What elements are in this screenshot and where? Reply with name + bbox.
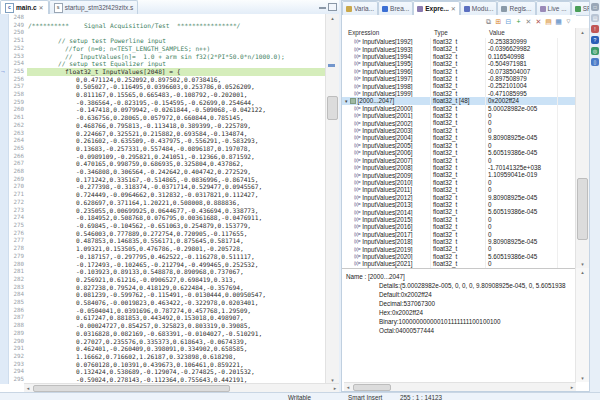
expression-row[interactable]: (x)=InputValues[2003]float32_t0 [342, 127, 576, 134]
expression-row[interactable]: (x)=InputValues[2013]float32_t0 [342, 201, 576, 208]
code-line[interactable]: 2580.811167,0.15565,0.665483,-0.108792,-… [8, 91, 326, 99]
help-icon[interactable]: ? [591, 36, 599, 44]
expression-row[interactable]: (x)=InputValues[2001]float32_t0 [342, 112, 576, 119]
minimize-icon[interactable] [319, 3, 326, 9]
code-line[interactable]: 2710.724449,-0.0964662,0.312832,-0.03178… [8, 191, 326, 199]
table-vertical-scrollbar[interactable]: ▴ ▾ [575, 28, 589, 268]
scroll-up-icon[interactable]: ▴ [576, 268, 589, 276]
scroll-up-icon[interactable]: ▴ [326, 14, 339, 22]
code-line[interactable]: 288-0.00024727,0.854257,0.325823,0.80331… [8, 322, 326, 330]
expression-row[interactable]: (x)=InputValues[2021]float32_t0 [342, 260, 576, 267]
code-line[interactable]: 268-0.346808,0.306564,-0.242642,0.404742… [8, 168, 326, 176]
code-line[interactable]: 2910.462401,-0.260409,0.398091,0.334902,… [8, 345, 326, 353]
editor-vertical-scrollbar[interactable]: ▴ ▾ [325, 14, 339, 384]
expression-row[interactable]: (x)=InputValues[1994]float32_t0.11654099… [342, 53, 576, 60]
scroll-right-icon[interactable]: ▸ [568, 383, 576, 391]
expression-row[interactable]: (x)=InputValues[2007]float32_t0 [342, 157, 576, 164]
column-header-value[interactable]: Value [489, 29, 505, 36]
code-line[interactable]: 251// setup test Powerline input [8, 37, 326, 45]
code-line[interactable]: 252//for (n=0; n<TEST_LENGTH_SAMPLES; n+… [8, 45, 326, 53]
editor-tab-startup_stm32f429zitx.s[interactable]: sstartup_stm32f429zitx.s [49, 0, 139, 14]
expression-row[interactable]: (x)=InputValues[1998]float32_t-0.2521010… [342, 82, 576, 89]
code-line[interactable]: 2870.617247,0.881853,0.443492,0.153018,0… [8, 314, 326, 322]
column-header-expression[interactable]: Expression [348, 29, 379, 36]
code-line[interactable]: 2770.487853,0.146835,0.556171,0.875645,0… [8, 237, 326, 245]
expression-row[interactable]: (x)=InputValues[2011]float32_t0 [342, 186, 576, 193]
expression-row[interactable]: (x)=InputValues[2010]float32_t0 [342, 179, 576, 186]
expression-rows[interactable]: (x)=InputValues[1992]float32_t-0.2538309… [342, 38, 576, 268]
scroll-down-icon[interactable]: ▾ [576, 374, 589, 382]
code-line[interactable]: 2820.256921,0.61216,-0.0906527,0.698419,… [8, 276, 326, 284]
panel-horizontal-scrollbar[interactable]: ◂ ▸ [344, 382, 576, 391]
view-tab-modu[interactable]: Modu... [460, 1, 498, 15]
code-line[interactable]: 2930.0760128,0.10391,0.439673,0.106461,0… [8, 361, 326, 369]
expression-row[interactable]: (x)=InputValues[2014]float32_t5.60519386… [342, 208, 576, 215]
add-expression-icon[interactable]: + [514, 17, 523, 26]
expression-row[interactable]: (x)=InputValues[2009]float32_t1.10959041… [342, 171, 576, 178]
code-line[interactable]: 2690.171242,0.335167,-0.514865,-0.083699… [8, 176, 326, 184]
show-type-names-icon[interactable]: ⧉ [484, 17, 493, 26]
expression-row[interactable]: (x)=InputValues[2012]float32_t9.80908925… [342, 194, 576, 201]
expand-arrow-icon[interactable]: ▾ [345, 98, 348, 104]
view-tab-varia[interactable]: Varia... [342, 1, 378, 15]
code-line[interactable]: 259-0.386564,-0.823195,-0.154595,-0.6269… [8, 99, 326, 107]
code-line[interactable]: 275-0.69845,-0.104562,-0.651063,0.254879… [8, 222, 326, 230]
code-line[interactable]: 248 [8, 14, 326, 22]
code-line[interactable]: 2760.546003,0.777889,0.272754,0.720905,-… [8, 230, 326, 238]
code-line[interactable]: 255float32_t InputValues[2048] = { [8, 68, 326, 76]
view-tab-brea[interactable]: Brea... [378, 1, 413, 15]
expression-row[interactable]: ▾[2000...2047]float32_t [48]0x2002ff24 [342, 97, 576, 104]
view-tab-expre[interactable]: Expre...✕ [413, 1, 460, 15]
details-vertical-scrollbar[interactable]: ▴ ▾ [575, 268, 589, 382]
view-menu-icon[interactable]: ▽ [564, 17, 573, 26]
code-line[interactable]: 2781.09321,0.153505,0.476786,-0.29801,-0… [8, 245, 326, 253]
code-line[interactable]: 250 [8, 29, 326, 37]
console-icon[interactable]: ▤ [591, 14, 599, 22]
code-line[interactable]: 2560,0.471124,0.252092,0.897502,0.073841… [8, 76, 326, 84]
code-line[interactable]: 2830.827238,0.79524,0.418129,0.622484,-0… [8, 284, 326, 292]
code-line[interactable]: 2900.27027,0.235576,0.335373,0.618643,-0… [8, 338, 326, 346]
remove-expression-icon[interactable]: ✕ [524, 17, 533, 26]
view-tab-regis[interactable]: Regis... [497, 1, 535, 15]
scroll-left-icon[interactable]: ◂ [24, 384, 32, 392]
close-icon[interactable]: ✕ [39, 4, 44, 11]
view-tab-live[interactable]: Live ... [536, 1, 571, 15]
expression-row[interactable]: (x)=InputValues[1996]float32_t-0.0738504… [342, 68, 576, 75]
expression-row[interactable]: (x)=InputValues[2004]float32_t9.80908925… [342, 134, 576, 141]
scroll-down-icon[interactable]: ▾ [576, 260, 589, 268]
scrollbar-thumb[interactable] [33, 385, 230, 392]
expression-row[interactable]: (x)=InputValues[2016]float32_t0 [342, 223, 576, 230]
expression-details-pane[interactable]: Name : [2000...2047] Details:(5.00028982… [342, 268, 576, 382]
search-icon[interactable]: ◎ [591, 47, 599, 55]
scroll-left-icon[interactable]: ◂ [344, 383, 352, 391]
code-line[interactable]: 2840.081239,-0.599762,-0.115491,-0.01304… [8, 291, 326, 299]
expression-row[interactable]: (x)=InputValues[2017]float32_t0 [342, 231, 576, 238]
restore-pane-icon[interactable]: □ [591, 3, 599, 11]
editor-tab-main.c[interactable]: cmain.c✕ [0, 0, 49, 14]
paste-expressions-icon[interactable]: ▦ [554, 17, 563, 26]
expression-row[interactable]: (x)=InputValues[2008]float32_t-1.7014132… [342, 164, 576, 171]
code-line[interactable]: 280-0.172493,-0.102465,-0.212794,-0.4994… [8, 261, 326, 269]
expression-row[interactable]: (x)=InputValues[2002]float32_t0 [342, 119, 576, 126]
copy-expressions-icon[interactable]: ▤ [544, 17, 553, 26]
expression-row[interactable]: (x)=InputValues[1999]float32_t-0.4710859… [342, 90, 576, 97]
code-line[interactable]: 261-0.636756,0.28065,0.057972,0.660844,0… [8, 114, 326, 122]
expression-row[interactable]: (x)=InputValues[2005]float32_t0 [342, 142, 576, 149]
scrollbar-thumb[interactable] [577, 178, 588, 240]
code-line[interactable]: 2720.628697,0.371164,1.20221,0.508008,0.… [8, 199, 326, 207]
problems-icon[interactable]: ! [591, 25, 599, 33]
expression-row[interactable]: (x)=InputValues[2000]float32_t5.00028982… [342, 105, 576, 112]
expression-row[interactable]: (x)=InputValues[1993]float32_t-0.0396629… [342, 45, 576, 52]
scroll-up-icon[interactable]: ▴ [576, 28, 589, 36]
editor-horizontal-scrollbar[interactable]: ◂ ▸ [24, 383, 339, 392]
code-line[interactable]: 279-0.187157,-0.297795,0.462522,-0.11627… [8, 253, 326, 261]
code-line[interactable]: 274-0.184952,0.508768,0.076795,0.0036168… [8, 214, 326, 222]
collapse-all-icon[interactable]: ⊟ [504, 17, 513, 26]
scroll-right-icon[interactable]: ▸ [331, 384, 339, 392]
code-line[interactable]: 253// InputValues[n]= 1.0 + arm_sin_f32(… [8, 53, 326, 61]
remove-all-expressions-icon[interactable]: ✕ [534, 17, 543, 26]
expression-row[interactable]: (x)=InputValues[2015]float32_t0 [342, 216, 576, 223]
expression-row[interactable]: (x)=InputValues[2006]float32_t5.60519386… [342, 149, 576, 156]
code-line[interactable]: 2670.470165,0.998759,0.686935,0.325804,0… [8, 160, 326, 168]
code-line[interactable]: 2730.235055,0.00699925,0.0644677,-0.4366… [8, 207, 326, 215]
